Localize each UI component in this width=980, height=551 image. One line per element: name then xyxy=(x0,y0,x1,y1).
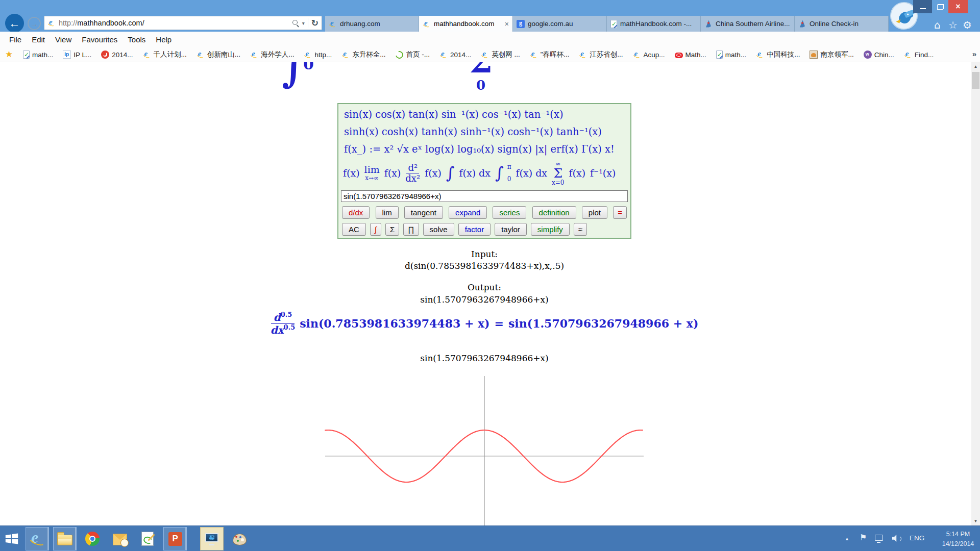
monitor-icon xyxy=(205,533,218,542)
scroll-up-button[interactable]: ▲ xyxy=(971,62,980,71)
forward-button[interactable]: → xyxy=(28,17,41,30)
ac-button[interactable]: AC xyxy=(342,223,366,236)
favorites-bar-item[interactable]: 创新南山... xyxy=(197,50,240,59)
solve-button[interactable]: solve xyxy=(423,223,454,236)
back-button[interactable]: ← xyxy=(5,14,24,33)
favorites-bar-item[interactable]: math... xyxy=(716,51,746,59)
ddx-button[interactable]: d/dx xyxy=(342,206,370,219)
document-check-icon xyxy=(716,51,723,59)
approx-button[interactable]: ≈ xyxy=(574,223,587,236)
tab-mathhandbook-com[interactable]: mathhandbook.com × xyxy=(419,16,513,32)
integrate-button[interactable]: ∫ xyxy=(370,223,381,236)
tangent-button[interactable]: tangent xyxy=(404,206,443,219)
product-button[interactable]: ∏ xyxy=(403,223,419,236)
ie-icon xyxy=(904,51,912,59)
tab-drhuang-com[interactable]: drhuang.com xyxy=(325,16,419,32)
speaker-icon[interactable] xyxy=(892,535,901,542)
factor-button[interactable]: factor xyxy=(458,223,491,236)
integral-glyph: ∫ xyxy=(282,62,305,91)
definite-integral-operator: ∫ xyxy=(495,165,504,181)
favorites-bar-item[interactable]: 首页 -... xyxy=(395,50,430,59)
url-text[interactable]: http://mathhandbook.com/ xyxy=(59,19,289,27)
favorites-bar-item[interactable]: math... xyxy=(23,51,53,59)
expression-input[interactable] xyxy=(341,190,628,202)
vertical-scrollbar[interactable]: ▲ ▼ xyxy=(971,62,980,525)
tray-overflow-icon[interactable]: ▲ xyxy=(845,536,849,541)
menu-file[interactable]: File xyxy=(4,35,27,44)
favorites-bar-item[interactable]: "春晖杯... xyxy=(530,50,570,59)
taskbar-chrome[interactable] xyxy=(81,527,104,550)
favorites-bar-item[interactable]: 南京领军... xyxy=(810,50,853,59)
scrollbar-thumb[interactable] xyxy=(972,72,979,89)
network-icon[interactable] xyxy=(875,535,883,541)
tab-china-southern[interactable]: China Southern Airline... xyxy=(701,16,795,32)
favorites-bar-item[interactable]: IP L... xyxy=(63,51,91,59)
refresh-icon[interactable]: ↻ xyxy=(311,18,318,29)
tab-online-check-in[interactable]: Online Check-in xyxy=(795,16,889,32)
second-derivative-operator: d² dx² xyxy=(405,163,420,184)
favorites-bar-item[interactable]: 江苏省创... xyxy=(579,50,623,59)
favorites-bar-item[interactable]: 东升杯全... xyxy=(341,50,385,59)
menu-view[interactable]: View xyxy=(50,35,77,44)
language-indicator[interactable]: ENG xyxy=(910,534,924,542)
chevron-down-icon[interactable]: ▾ xyxy=(302,20,305,26)
trig-functions-line: sin(x) cos(x) tan(x) sin⁻¹(x) cos⁻¹(x) t… xyxy=(344,107,628,122)
lim-button[interactable]: lim xyxy=(376,206,399,219)
favorites-bar-item[interactable]: 千人计划... xyxy=(143,50,187,59)
simplify-button[interactable]: simplify xyxy=(531,223,570,236)
clock[interactable]: 5:14 PM 14/12/2014 xyxy=(936,530,980,549)
tab-label: mathhandbook.com xyxy=(434,20,495,28)
menu-tools[interactable]: Tools xyxy=(122,35,151,44)
favorites-bar-item[interactable]: Math... xyxy=(675,51,706,59)
tab-google-com-au[interactable]: google.com.au xyxy=(513,16,607,32)
taskbar-notepad-plus-plus[interactable] xyxy=(136,527,159,550)
favorites-bar-item[interactable]: http... xyxy=(304,51,332,59)
menu-edit[interactable]: Edit xyxy=(27,35,50,44)
close-icon[interactable]: × xyxy=(505,20,509,28)
add-favorite-star-icon[interactable]: ★ xyxy=(5,51,13,59)
minimize-button[interactable] xyxy=(913,0,932,13)
favorites-bar-item[interactable]: 2014... xyxy=(439,51,471,59)
sigma-lower-limit: 0 xyxy=(469,79,493,92)
restore-button[interactable] xyxy=(933,0,948,13)
plot-button[interactable]: plot xyxy=(582,206,607,219)
address-bar[interactable]: http://mathhandbook.com/ ▾ ↻ xyxy=(44,16,322,30)
taylor-button[interactable]: taylor xyxy=(495,223,527,236)
start-button[interactable] xyxy=(4,531,19,548)
clipped-sum-formula: Σ 0 xyxy=(469,62,493,92)
favorites-bar-item[interactable]: Chin... xyxy=(864,51,894,59)
close-button[interactable]: × xyxy=(948,0,968,13)
menu-favourites[interactable]: Favourites xyxy=(77,35,122,44)
favorites-bar-item[interactable]: 中国科技... xyxy=(756,50,800,59)
favorites-bar-item[interactable]: Find... xyxy=(904,51,934,59)
taskbar-paint[interactable] xyxy=(228,527,251,550)
taskbar-file-explorer[interactable] xyxy=(53,527,77,550)
gear-icon[interactable]: ⚙ xyxy=(963,19,972,31)
series-button[interactable]: series xyxy=(493,206,526,219)
taskbar-powerpoint[interactable] xyxy=(163,527,187,550)
favorite-label: 海外学人... xyxy=(261,50,294,59)
operation-buttons-row-1: d/dx lim tangent expand series definitio… xyxy=(342,206,627,219)
action-center-flag-icon[interactable]: ⚑ xyxy=(860,533,867,542)
definition-button[interactable]: definition xyxy=(532,206,576,219)
scroll-down-button[interactable]: ▼ xyxy=(971,517,980,525)
menu-help[interactable]: Help xyxy=(151,35,177,44)
favorites-bar-item[interactable]: 英创网 ... xyxy=(481,50,520,59)
search-icon[interactable] xyxy=(292,20,299,27)
taskbar-outlook[interactable] xyxy=(108,527,132,550)
ie-icon xyxy=(439,51,448,59)
taskbar-internet-explorer[interactable] xyxy=(26,527,49,550)
favorites-bar-item[interactable]: 2014... xyxy=(101,51,133,59)
favorites-bar-item[interactable]: Acup... xyxy=(633,51,665,59)
tab-mathhandbook-doc[interactable]: mathHandbook.com -... xyxy=(607,16,701,32)
taskbar-remote-desktop[interactable] xyxy=(200,527,224,550)
integral-operator: ∫ xyxy=(446,165,455,181)
operation-buttons-row-2: AC ∫ Σ ∏ solve factor taylor simplify ≈ xyxy=(342,223,627,236)
sum-button[interactable]: Σ xyxy=(385,223,399,236)
favorites-star-icon[interactable]: ☆ xyxy=(948,19,958,31)
expand-button[interactable]: expand xyxy=(449,206,487,219)
equals-button[interactable]: = xyxy=(613,206,627,219)
favorites-overflow-chevron[interactable]: » xyxy=(972,49,976,58)
favorites-bar-item[interactable]: 海外学人... xyxy=(250,50,294,59)
home-icon[interactable]: ⌂ xyxy=(934,19,941,31)
